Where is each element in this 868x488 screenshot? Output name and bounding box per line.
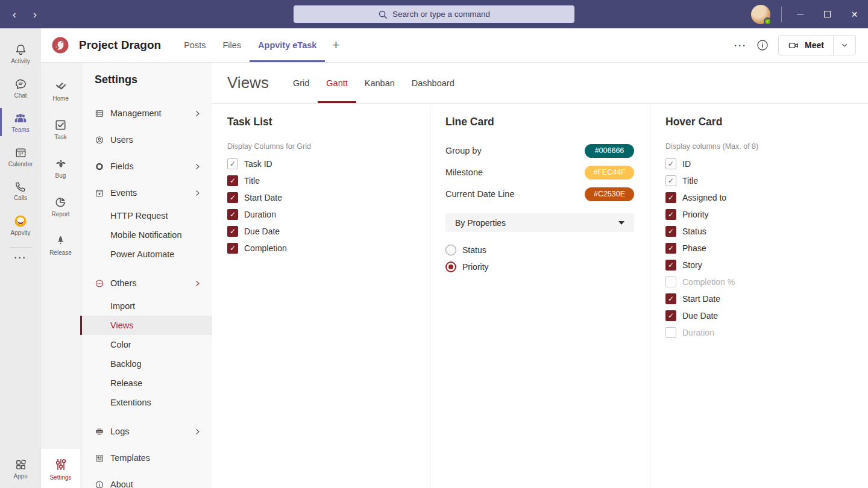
add-tab-button[interactable]: + xyxy=(325,38,347,52)
module-item-report[interactable]: Report xyxy=(41,187,80,225)
group-by-dropdown[interactable]: By Properties xyxy=(445,213,634,232)
color-badge-current-date-line[interactable]: #C2530E xyxy=(585,187,634,201)
rail-item-teams[interactable]: Teams xyxy=(0,105,41,139)
radio-row-priority[interactable]: Priority xyxy=(445,258,650,275)
checkbox[interactable]: ✓ xyxy=(665,209,676,220)
checkbox-row-start-date[interactable]: ✓ Start Date xyxy=(665,290,868,307)
rail-item-activity[interactable]: Activity xyxy=(0,36,41,70)
sidebar-item-events[interactable]: Events xyxy=(80,180,212,206)
back-button[interactable]: ‹ xyxy=(8,8,20,20)
checkbox[interactable]: ✓ xyxy=(665,260,676,271)
minimize-button[interactable] xyxy=(787,0,814,28)
checkbox[interactable]: ✓ xyxy=(665,226,676,237)
checkbox[interactable]: ✓ xyxy=(665,293,676,304)
checkbox-row-duration[interactable]: ✓ Duration xyxy=(227,206,430,223)
etask-module-rail: Home Task Bug xyxy=(41,63,80,488)
close-button[interactable]: ✕ xyxy=(841,0,868,28)
sidebar-item-others[interactable]: Others xyxy=(80,270,212,296)
chat-icon xyxy=(14,77,28,91)
team-name: Project Dragon xyxy=(79,39,161,52)
rail-item-calendar[interactable]: Calender xyxy=(0,139,41,174)
module-item-task[interactable]: Task xyxy=(41,110,80,148)
checkbox-row-priority[interactable]: ✓ Priority xyxy=(665,206,868,223)
meet-label: Meet xyxy=(805,40,824,50)
checkbox: ✓ xyxy=(227,158,238,169)
radio-row-status[interactable]: Status xyxy=(445,242,650,258)
channel-tabs: Posts Files Appvity eTask + xyxy=(175,28,347,62)
checkbox-row-start-date[interactable]: ✓ Start Date xyxy=(227,189,430,206)
sidebar-item-about[interactable]: About xyxy=(80,471,212,488)
meet-split-button: Meet xyxy=(778,35,856,55)
checkbox-row-story[interactable]: ✓ Story xyxy=(665,257,868,274)
maximize-button[interactable] xyxy=(814,0,841,28)
sidebar-item-templates[interactable]: Templates xyxy=(80,445,212,471)
sidebar-item-management[interactable]: Management xyxy=(80,100,212,127)
checkbox[interactable]: ✓ xyxy=(227,192,238,203)
rail-more-button[interactable]: ··· xyxy=(14,252,27,269)
checkbox[interactable]: ✓ xyxy=(227,175,238,186)
checkbox[interactable]: ✓ xyxy=(665,310,676,321)
search-input[interactable]: Search or type a command xyxy=(294,5,574,23)
view-tab-gantt[interactable]: Gantt xyxy=(318,63,356,103)
checkbox-row-title[interactable]: ✓ Title xyxy=(227,172,430,189)
color-setting-group-by: Group by #006666 xyxy=(445,140,634,161)
module-item-home[interactable]: Home xyxy=(41,71,80,110)
meet-dropdown-button[interactable] xyxy=(833,36,855,55)
checkbox-row-id: ✓ ID xyxy=(665,155,868,172)
section-title: Task List xyxy=(227,116,430,131)
checkbox-row-task-id: ✓ Task ID xyxy=(227,155,430,172)
sidebar-item-views[interactable]: Views xyxy=(80,316,212,335)
checkbox-row-completion[interactable]: ✓ Completion xyxy=(227,240,430,257)
checkbox[interactable]: ✓ xyxy=(227,243,238,254)
checkbox[interactable]: ✓ xyxy=(227,209,238,220)
forward-button[interactable]: › xyxy=(29,8,41,20)
radio-button[interactable] xyxy=(445,261,456,272)
sidebar-item-release[interactable]: Release xyxy=(80,374,212,393)
checkbox-row-due-date[interactable]: ✓ Due Date xyxy=(227,223,430,240)
sidebar-item-logs[interactable]: LOG Logs xyxy=(80,418,212,445)
more-options-button[interactable]: ··· xyxy=(734,40,747,51)
dropdown-caret-icon xyxy=(618,221,624,225)
rail-item-appvity[interactable]: Appvity xyxy=(0,208,41,242)
sidebar-item-backlog[interactable]: Backlog xyxy=(80,354,212,374)
tab-posts[interactable]: Posts xyxy=(175,28,214,62)
section-title: Line Card xyxy=(445,116,650,131)
view-tab-dashboard[interactable]: Dashboard xyxy=(403,63,463,103)
module-item-bug[interactable]: Bug xyxy=(41,148,80,187)
avatar[interactable]: ✓ xyxy=(751,5,770,24)
sidebar-item-fields[interactable]: Fields xyxy=(80,153,212,180)
rail-item-calls[interactable]: Calls xyxy=(0,174,41,208)
module-item-settings[interactable]: Settings xyxy=(41,449,80,488)
tab-files[interactable]: Files xyxy=(214,28,250,62)
radio-button[interactable] xyxy=(445,245,456,255)
sidebar-item-import[interactable]: Import xyxy=(80,296,212,316)
sidebar-item-power-automate[interactable]: Power Automate xyxy=(80,245,212,264)
checkbox-row-status[interactable]: ✓ Status xyxy=(665,223,868,240)
checkbox[interactable]: ✓ xyxy=(665,192,676,203)
checkbox-row-phase[interactable]: ✓ Phase xyxy=(665,240,868,257)
sidebar-item-mobile-notification[interactable]: Mobile Notification xyxy=(80,225,212,245)
checkbox-row-due-date[interactable]: ✓ Due Date xyxy=(665,307,868,324)
info-icon[interactable] xyxy=(756,39,769,51)
view-tab-grid[interactable]: Grid xyxy=(285,63,318,103)
rail-item-chat[interactable]: Chat xyxy=(0,70,41,105)
view-tab-kanban[interactable]: Kanban xyxy=(356,63,403,103)
checkbox-row-assigned-to[interactable]: ✓ Assigned to xyxy=(665,189,868,206)
settings-sidebar: Settings Management Users xyxy=(80,63,212,488)
sidebar-item-users[interactable]: Users xyxy=(80,127,212,153)
color-badge-milestone[interactable]: #FEC44F xyxy=(585,166,634,180)
module-item-release[interactable]: Release xyxy=(41,225,80,264)
sidebar-item-extentions[interactable]: Extentions xyxy=(80,393,212,412)
events-calendar-icon xyxy=(95,188,104,198)
team-logo-dragon-icon xyxy=(51,36,69,54)
meet-button[interactable]: Meet xyxy=(779,36,833,55)
tab-appvity-etask[interactable]: Appvity eTask xyxy=(250,28,325,62)
sidebar-item-color[interactable]: Color xyxy=(80,335,212,354)
users-icon xyxy=(95,135,104,145)
checkbox[interactable]: ✓ xyxy=(227,226,238,237)
color-badge-group-by[interactable]: #006666 xyxy=(585,144,634,158)
checkbox[interactable]: ✓ xyxy=(665,243,676,254)
color-setting-current-date-line: Current Date Line #C2530E xyxy=(445,183,634,205)
rail-item-apps[interactable]: Apps xyxy=(0,451,41,486)
sidebar-item-http-request[interactable]: HTTP Request xyxy=(80,206,212,225)
